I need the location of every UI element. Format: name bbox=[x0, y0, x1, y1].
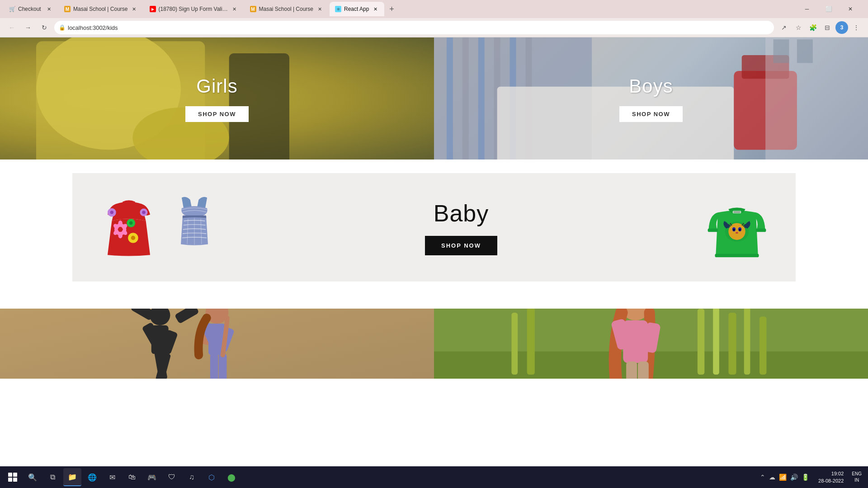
svg-point-45 bbox=[739, 229, 741, 231]
boys-shop-now-button[interactable]: SHOP NOW bbox=[619, 106, 683, 122]
maximize-button[interactable]: ⬜ bbox=[818, 2, 839, 16]
tab-favicon-5: ⚛ bbox=[335, 6, 341, 12]
girls-title: Girls bbox=[196, 75, 237, 97]
bottom-right-illustration bbox=[434, 309, 868, 379]
svg-point-44 bbox=[733, 229, 735, 231]
svg-rect-52 bbox=[734, 211, 741, 213]
boys-card: Boys SHOP NOW bbox=[434, 38, 868, 160]
minimize-button[interactable]: ─ bbox=[797, 2, 817, 16]
svg-rect-71 bbox=[511, 313, 518, 375]
tab-masai2[interactable]: M Masai School | Course ✕ bbox=[245, 2, 329, 16]
svg-point-30 bbox=[110, 211, 114, 214]
baby-swimsuit-product bbox=[172, 189, 217, 266]
forward-button[interactable]: → bbox=[22, 21, 34, 34]
tab-close-3[interactable]: ✕ bbox=[231, 5, 238, 13]
tab-favicon-3: ▶ bbox=[150, 6, 156, 12]
url-bar-wrap: 🔒 bbox=[54, 21, 774, 34]
bottom-cards-section bbox=[0, 309, 868, 379]
tab-close-5[interactable]: ✕ bbox=[372, 5, 379, 13]
tab-label-3: (18780) Sign Up Form Validatior bbox=[159, 6, 228, 12]
page-content: Girls SHOP NOW bbox=[0, 38, 868, 379]
bottom-card-right bbox=[434, 309, 868, 379]
window-controls: ─ ⬜ ✕ bbox=[797, 2, 864, 16]
tab-checkout[interactable]: 🛒 Checkout ✕ bbox=[4, 2, 58, 16]
lock-icon: 🔒 bbox=[59, 24, 66, 31]
gender-section: Girls SHOP NOW bbox=[0, 38, 868, 160]
spacer-1 bbox=[0, 160, 868, 173]
svg-point-46 bbox=[736, 232, 738, 234]
tab-youtube[interactable]: ▶ (18780) Sign Up Form Validatior ✕ bbox=[144, 2, 244, 16]
girls-card: Girls SHOP NOW bbox=[0, 38, 434, 160]
svg-point-28 bbox=[131, 236, 135, 240]
back-button[interactable]: ← bbox=[5, 21, 18, 34]
swimsuit-illustration bbox=[172, 193, 217, 261]
green-sweater-illustration bbox=[705, 191, 769, 263]
reload-button[interactable]: ↻ bbox=[38, 21, 51, 34]
svg-rect-73 bbox=[698, 309, 704, 375]
svg-rect-75 bbox=[728, 313, 736, 375]
tab-favicon-2: M bbox=[64, 6, 71, 12]
boys-overlay: Boys SHOP NOW bbox=[434, 38, 868, 160]
svg-point-32 bbox=[142, 211, 146, 214]
address-bar: ← → ↻ 🔒 ↗ ☆ 🧩 ⊟ 3 ⋮ bbox=[0, 18, 868, 37]
tab-masai1[interactable]: M Masai School | Course ✕ bbox=[59, 2, 143, 16]
svg-point-26 bbox=[129, 221, 133, 225]
tab-close-2[interactable]: ✕ bbox=[131, 5, 138, 13]
svg-point-19 bbox=[118, 221, 122, 226]
red-dress-illustration bbox=[99, 191, 158, 263]
tab-label-2: Masai School | Course bbox=[73, 6, 128, 12]
tab-bar: 🛒 Checkout ✕ M Masai School | Course ✕ ▶… bbox=[0, 0, 868, 18]
bookmark-icon[interactable]: ☆ bbox=[792, 21, 805, 34]
baby-center: Baby SHOP NOW bbox=[217, 200, 705, 255]
tab-close-4[interactable]: ✕ bbox=[316, 5, 323, 13]
svg-rect-39 bbox=[715, 254, 759, 257]
baby-left-products bbox=[99, 189, 217, 266]
bottom-card-left bbox=[0, 309, 434, 379]
close-button[interactable]: ✕ bbox=[840, 2, 861, 16]
svg-rect-74 bbox=[713, 309, 719, 375]
profile-icon[interactable]: 3 bbox=[835, 21, 848, 34]
tab-label-5: React App bbox=[344, 6, 369, 12]
svg-point-22 bbox=[118, 232, 122, 238]
svg-rect-66 bbox=[219, 354, 227, 379]
menu-icon[interactable]: ⋮ bbox=[850, 21, 863, 34]
tab-favicon-4: M bbox=[250, 6, 256, 12]
svg-rect-76 bbox=[744, 309, 750, 375]
tab-label-4: Masai School | Course bbox=[259, 6, 314, 12]
baby-sweater-product bbox=[705, 189, 769, 266]
girls-shop-now-button[interactable]: SHOP NOW bbox=[185, 106, 249, 122]
boys-title: Boys bbox=[629, 75, 673, 97]
baby-title: Baby bbox=[434, 200, 489, 227]
browser-chrome: 🛒 Checkout ✕ M Masai School | Course ✕ ▶… bbox=[0, 0, 868, 38]
svg-rect-65 bbox=[210, 354, 218, 379]
baby-shop-now-button[interactable]: SHOP NOW bbox=[425, 236, 497, 255]
svg-rect-82 bbox=[626, 361, 637, 379]
svg-rect-83 bbox=[638, 361, 649, 379]
tab-close-1[interactable]: ✕ bbox=[45, 5, 52, 13]
extensions-icon[interactable]: 🧩 bbox=[807, 21, 819, 34]
bottom-left-illustration bbox=[0, 309, 434, 379]
share-icon[interactable]: ↗ bbox=[778, 21, 790, 34]
spacer-2 bbox=[0, 282, 868, 295]
new-tab-button[interactable]: + bbox=[385, 3, 398, 15]
baby-dress-product bbox=[99, 189, 158, 266]
tab-label-1: Checkout bbox=[18, 6, 42, 12]
tab-favicon-1: 🛒 bbox=[9, 6, 15, 12]
baby-section: Baby SHOP NOW bbox=[72, 173, 796, 282]
svg-rect-38 bbox=[756, 229, 766, 232]
sidebar-icon[interactable]: ⊟ bbox=[821, 21, 834, 34]
svg-rect-72 bbox=[527, 309, 535, 375]
svg-rect-77 bbox=[760, 317, 766, 375]
tab-react-app[interactable]: ⚛ React App ✕ bbox=[330, 2, 384, 16]
svg-point-41 bbox=[728, 223, 745, 240]
url-input[interactable] bbox=[54, 21, 774, 34]
girls-overlay: Girls SHOP NOW bbox=[0, 38, 434, 160]
toolbar-icons: ↗ ☆ 🧩 ⊟ 3 ⋮ bbox=[778, 21, 863, 34]
svg-rect-37 bbox=[708, 229, 718, 232]
